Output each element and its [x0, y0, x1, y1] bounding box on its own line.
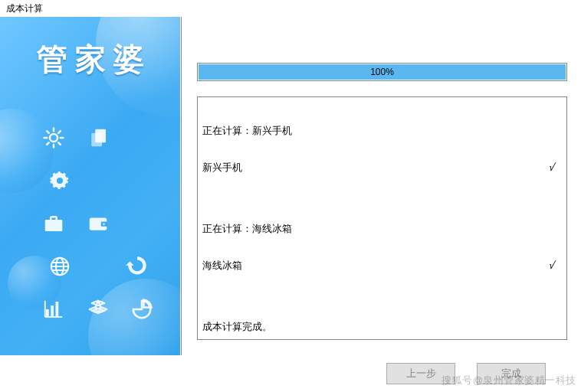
log-output: 正在计算：新兴手机 新兴手机√ 正在计算：海线冰箱 海线冰箱√ 成本计算完成。 … [197, 96, 567, 340]
footer-buttons: 上一步 完成 [0, 355, 581, 392]
progress-bar: 100% [197, 63, 567, 81]
briefcase-icon [41, 211, 67, 237]
bar-chart-icon [41, 296, 67, 322]
log-mark [554, 125, 562, 137]
progress-fill: 100% [199, 64, 566, 80]
svg-rect-20 [46, 309, 49, 317]
log-mark [554, 321, 562, 333]
progress-label: 100% [370, 67, 394, 77]
brand-logo: 管家婆 [0, 38, 180, 80]
log-mark [554, 223, 562, 235]
prev-step-button[interactable]: 上一步 [386, 363, 455, 384]
wallet-icon [85, 211, 111, 237]
log-mark: √ [548, 162, 562, 174]
svg-point-14 [103, 223, 105, 225]
main-panel: 100% 正在计算：新兴手机 新兴手机√ 正在计算：海线冰箱 海线冰箱√ 成本计… [180, 17, 581, 355]
svg-line-7 [47, 142, 49, 145]
svg-rect-10 [91, 133, 102, 147]
log-line: 成本计算完成。 [202, 321, 272, 333]
svg-rect-11 [45, 220, 63, 231]
svg-line-5 [47, 131, 49, 133]
sidebar-icon-grid [34, 116, 161, 331]
star-icon [85, 296, 111, 322]
svg-line-8 [58, 131, 61, 133]
sidebar: 管家婆 [0, 17, 180, 355]
back-arrow-icon [123, 253, 149, 279]
svg-rect-21 [51, 305, 54, 317]
log-line: 正在计算：海线冰箱 [202, 223, 292, 235]
svg-line-6 [58, 142, 61, 145]
sun-icon [41, 125, 67, 151]
log-line: 海线冰箱 [202, 260, 242, 272]
globe-icon [47, 253, 73, 279]
gear-icon [47, 168, 73, 194]
cost-calc-window: 成本计算 管家婆 [0, 0, 581, 392]
log-line: 正在计算：新兴手机 [202, 125, 292, 137]
svg-point-0 [50, 134, 57, 142]
svg-rect-22 [56, 302, 59, 317]
window-title: 成本计算 [0, 0, 581, 17]
documents-icon [85, 125, 111, 151]
pie-chart-icon [129, 296, 155, 322]
finish-button[interactable]: 完成 [477, 363, 546, 384]
content-area: 管家婆 [0, 17, 581, 355]
log-line: 新兴手机 [202, 162, 242, 174]
log-mark: √ [548, 260, 562, 272]
